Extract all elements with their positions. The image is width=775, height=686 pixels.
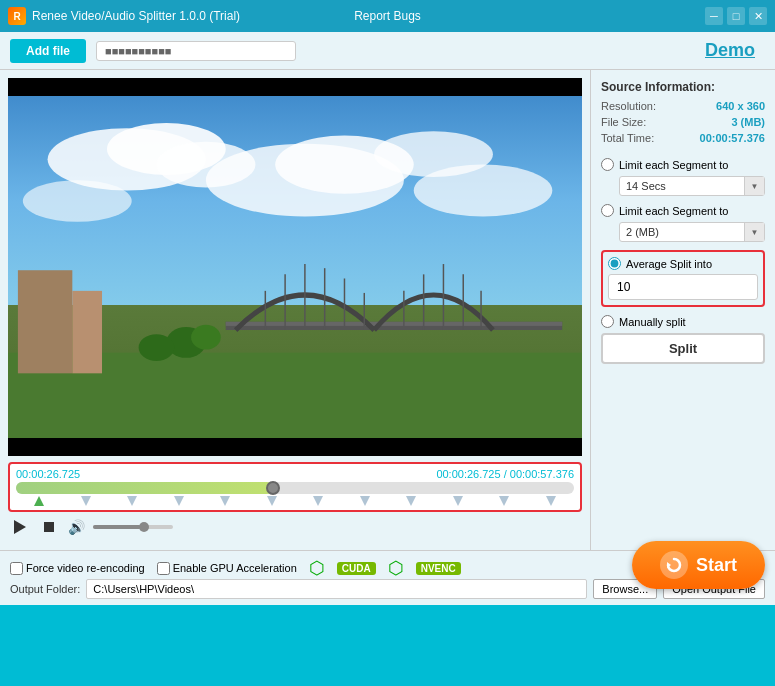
timeline-area: 00:00:26.725 00:00:26.725 / 00:00:57.376 [8,462,582,512]
toolbar: Add file ■■■■■■■■■■ Demo [0,32,775,70]
marker-8[interactable] [406,496,416,506]
limit-size-value[interactable]: 2 (MB) [620,223,744,241]
top-letterbox [8,78,582,96]
marker-9[interactable] [453,496,463,506]
timeline-fill [16,482,273,494]
svg-rect-12 [226,322,562,326]
marker-2[interactable] [127,496,137,506]
output-folder-label: Output Folder: [10,583,80,595]
limit-size-label: Limit each Segment to [619,205,728,217]
app-title: Renee Video/Audio Splitter 1.0.0 (Trial) [32,9,240,23]
resolution-value: 640 x 360 [716,100,765,112]
totaltime-row: Total Time: 00:00:57.376 [601,132,765,144]
play-button[interactable] [8,516,30,538]
cuda-badge: CUDA [337,562,376,575]
timeline-track[interactable] [16,482,574,494]
volume-thumb[interactable] [139,522,149,532]
force-reencode-checkbox[interactable] [10,562,23,575]
volume-fill [93,525,141,529]
output-path-input[interactable] [86,579,587,599]
demo-label: Demo [705,40,755,61]
marker-11[interactable] [546,496,556,506]
timeline-header: 00:00:26.725 00:00:26.725 / 00:00:57.376 [16,468,574,480]
svg-rect-10 [72,291,102,373]
gpu-accel-item: Enable GPU Acceleration [157,562,297,575]
resolution-row: Resolution: 640 x 360 [601,100,765,112]
gpu-accel-checkbox[interactable] [157,562,170,575]
marker-10[interactable] [499,496,509,506]
marker-4[interactable] [220,496,230,506]
filesize-label: File Size: [601,116,646,128]
limit-time-value[interactable]: 14 Secs [620,177,744,195]
limit-size-dropdown[interactable]: ▼ [744,223,764,241]
force-reencode-item: Force video re-encoding [10,562,145,575]
split-button[interactable]: Split [601,333,765,364]
avg-split-input-control: ▲ ▼ [608,274,758,300]
limit-size-option-row: Limit each Segment to [601,204,765,217]
limit-time-label: Limit each Segment to [619,159,728,171]
current-time-left: 00:00:26.725 [16,468,80,480]
manual-split-radio[interactable] [601,315,614,328]
minimize-button[interactable]: ─ [705,7,723,25]
svg-point-25 [191,325,221,350]
volume-icon[interactable]: 🔊 [68,519,85,535]
start-label: Start [696,555,737,576]
volume-slider[interactable] [93,525,173,529]
svg-rect-28 [44,522,54,532]
timeline-thumb[interactable] [266,481,280,495]
avg-split-label: Average Split into [626,258,712,270]
marker-6[interactable] [313,496,323,506]
totaltime-value: 00:00:57.376 [700,132,765,144]
source-info-title: Source Information: [601,80,765,94]
nvenc-badge-icon: ⬡ [388,557,404,579]
time-display-right: 00:00:26.725 / 00:00:57.376 [436,468,574,480]
scene-svg [8,229,582,456]
svg-rect-9 [18,270,72,373]
limit-time-radio[interactable] [601,158,614,171]
video-player[interactable] [8,78,582,456]
svg-point-7 [414,164,553,216]
app-icon: R [8,7,26,25]
avg-split-radio[interactable] [608,257,621,270]
gpu-badge-icon: ⬡ [309,557,325,579]
title-bar: R Renee Video/Audio Splitter 1.0.0 (Tria… [0,0,775,32]
close-button[interactable]: ✕ [749,7,767,25]
marker-7[interactable] [360,496,370,506]
maximize-button[interactable]: □ [727,7,745,25]
manual-split-row: Manually split [601,315,765,328]
add-file-button[interactable]: Add file [10,39,86,63]
limit-time-option-row: Limit each Segment to [601,158,765,171]
limit-time-dropdown[interactable]: ▼ [744,177,764,195]
filesize-row: File Size: 3 (MB) [601,116,765,128]
marker-1[interactable] [81,496,91,506]
force-reencode-label: Force video re-encoding [26,562,145,574]
video-area: 00:00:26.725 00:00:26.725 / 00:00:57.376 [0,70,590,550]
play-icon [10,518,28,536]
manual-split-label: Manually split [619,316,686,328]
bottom-letterbox [8,438,582,456]
start-button[interactable]: Start [632,541,765,589]
bottom-section: Force video re-encoding Enable GPU Accel… [0,550,775,605]
marker-3[interactable] [174,496,184,506]
playback-controls: 🔊 [8,512,582,542]
svg-marker-27 [14,520,26,534]
main-content: 00:00:26.725 00:00:26.725 / 00:00:57.376 [0,70,775,550]
limit-time-control: 14 Secs ▼ [619,176,765,196]
start-marker[interactable] [34,496,44,506]
stop-button[interactable] [38,516,60,538]
limit-size-radio[interactable] [601,204,614,217]
right-panel: Source Information: Resolution: 640 x 36… [590,70,775,550]
marker-5[interactable] [267,496,277,506]
timeline-markers [16,496,574,506]
limit-size-control: 2 (MB) ▼ [619,222,765,242]
svg-point-6 [23,180,132,222]
file-path-display: ■■■■■■■■■■ [96,41,296,61]
svg-point-26 [139,334,175,361]
start-icon [660,551,688,579]
gpu-accel-label: Enable GPU Acceleration [173,562,297,574]
avg-split-value[interactable] [609,277,758,297]
filesize-value: 3 (MB) [731,116,765,128]
stop-icon [42,520,56,534]
resolution-label: Resolution: [601,100,656,112]
report-bugs-link[interactable]: Report Bugs [354,9,421,23]
